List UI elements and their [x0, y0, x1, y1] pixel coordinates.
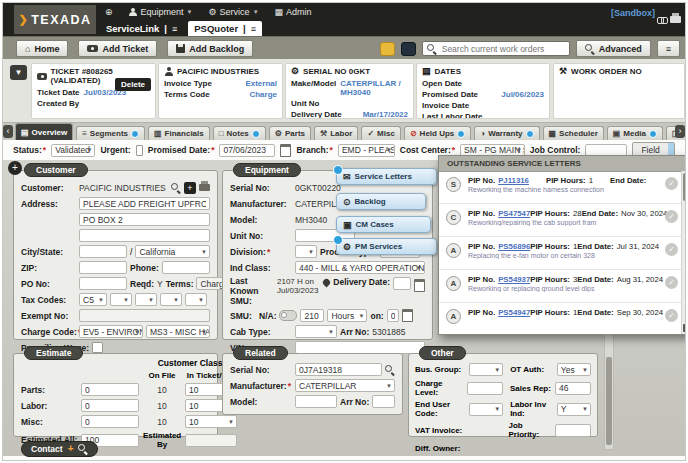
ind-class-select[interactable]: 440 - MILL & YARD OPERATIONS▼: [295, 261, 425, 274]
tab-held-ups[interactable]: ⊘Held Ups: [404, 126, 471, 140]
service-letters-button[interactable]: ✉Service Letters: [336, 168, 437, 185]
tax-code-4-select[interactable]: ▼: [160, 293, 182, 306]
tab-warranty[interactable]: ◑Warranty: [474, 126, 539, 140]
labor-estimate-input[interactable]: [81, 399, 139, 412]
charge-code-1-select[interactable]: EV5 - ENVIRONME▼: [79, 325, 143, 338]
calendar-icon[interactable]: [280, 144, 291, 157]
collapse-panels-button[interactable]: ▼: [10, 65, 27, 80]
address-line2-input[interactable]: [79, 213, 210, 226]
charge-level-input[interactable]: [467, 382, 503, 395]
tab-media[interactable]: ▣Media: [607, 126, 663, 140]
tab-financials[interactable]: ▥Financials: [148, 126, 210, 140]
misc-class-select[interactable]: 10▼: [185, 415, 237, 428]
tab-overview[interactable]: ▤Overview: [15, 123, 73, 140]
bus-group-select[interactable]: ▼: [469, 363, 503, 376]
charge-code-2-select[interactable]: MS3 - MISC HARDW▼: [146, 325, 210, 338]
pip-no-link[interactable]: PS54947: [498, 308, 530, 317]
customer-print-icon[interactable]: [199, 184, 210, 191]
parts-estimate-input[interactable]: [81, 383, 139, 396]
pip-no-link[interactable]: PS47547: [498, 209, 530, 218]
job-priority-input[interactable]: [555, 424, 591, 437]
related-serial-search-icon[interactable]: [385, 365, 395, 375]
po-no-input[interactable]: [79, 277, 127, 290]
tax-code-3-select[interactable]: ▼: [135, 293, 157, 306]
add-ticket-button[interactable]: Add Ticket: [78, 40, 157, 57]
scrollbar-down[interactable]: [683, 324, 686, 332]
scrollbar-thumb[interactable]: [683, 173, 686, 201]
menu-circle-plus[interactable]: ⊕: [105, 8, 113, 17]
complete-check-icon[interactable]: ✓: [665, 243, 678, 256]
customer-search-icon[interactable]: [171, 183, 181, 193]
complete-check-icon[interactable]: ✓: [665, 177, 678, 190]
cab-type-select[interactable]: ▼: [295, 325, 337, 338]
tab-scroll-right-button[interactable]: ›: [675, 125, 685, 138]
tab-scroll-left-button[interactable]: ‹: [3, 125, 13, 138]
estimated-by-input[interactable]: [185, 434, 237, 447]
address-line3-input[interactable]: [79, 229, 210, 242]
sales-rep-input[interactable]: [555, 382, 591, 395]
calendar-icon[interactable]: [414, 279, 425, 292]
tax-code-1-select[interactable]: C5▼: [79, 293, 107, 306]
complete-check-icon[interactable]: ✓: [665, 210, 678, 223]
pip-no-link[interactable]: PJ11316: [498, 176, 529, 185]
misc-estimate-input[interactable]: [81, 415, 139, 428]
address-line1-input[interactable]: [79, 197, 210, 210]
tax-code-2-select[interactable]: ▼: [110, 293, 132, 306]
tab-misc[interactable]: ✓Misc: [361, 126, 401, 140]
prevailing-wage-checkbox[interactable]: [92, 342, 103, 353]
smu-input[interactable]: [300, 309, 324, 322]
contact-search-icon[interactable]: [78, 444, 88, 454]
search-input[interactable]: [440, 43, 562, 55]
smu-date-input[interactable]: [387, 309, 399, 322]
add-contact-icon[interactable]: +: [68, 445, 74, 453]
feedback-icon[interactable]: [380, 42, 395, 56]
urgent-checkbox[interactable]: [136, 145, 143, 156]
tab-parts[interactable]: ⚙Parts: [269, 126, 311, 140]
division-select[interactable]: ▼: [295, 245, 317, 258]
city-input[interactable]: [79, 245, 127, 258]
end-user-code-select[interactable]: ▼: [469, 403, 503, 416]
state-select[interactable]: California▼: [135, 245, 210, 258]
promised-date-input[interactable]: [219, 144, 275, 157]
branch-select[interactable]: EMD - PLEASANT I▼: [338, 144, 395, 157]
menu-admin[interactable]: ▦Admin: [275, 7, 312, 17]
hamburger-icon[interactable]: ≡: [172, 24, 177, 34]
delivery-date-input[interactable]: [393, 277, 411, 290]
tab-segments[interactable]: ≡Segments: [76, 126, 145, 140]
related-model-input[interactable]: [295, 395, 337, 408]
na-toggle[interactable]: [279, 310, 297, 321]
add-customer-icon[interactable]: +: [8, 161, 22, 175]
chat-icon[interactable]: [401, 42, 416, 56]
status-select[interactable]: Validated▼: [51, 144, 95, 157]
tab-scheduler[interactable]: ▦Scheduler: [543, 126, 604, 140]
smu-unit-select[interactable]: Hours▼: [327, 309, 367, 322]
related-arr-input[interactable]: [372, 395, 395, 408]
zip-input[interactable]: [79, 261, 127, 274]
tab-labor[interactable]: ⚒Labor: [314, 126, 358, 140]
scrollbar-thumb[interactable]: [606, 357, 612, 445]
menu-service[interactable]: ⚙Service▼: [209, 7, 259, 17]
link-icon[interactable]: [657, 9, 667, 27]
ot-auth-select[interactable]: Yes▼: [557, 363, 591, 376]
pm-services-button[interactable]: ⚙PM Services: [336, 238, 437, 255]
list-view-button[interactable]: ≡: [657, 40, 680, 57]
tab-notes[interactable]: □Notes: [213, 126, 266, 140]
menu-equipment[interactable]: Equipment▼: [129, 7, 193, 17]
app-tab-servicelink[interactable]: ServiceLink|≡: [103, 21, 180, 36]
panel-scrollbar[interactable]: [681, 171, 686, 334]
related-serial-input[interactable]: [295, 363, 382, 376]
delete-button[interactable]: Delete: [115, 78, 151, 91]
pip-no-link[interactable]: PS56896: [498, 242, 530, 251]
hamburger-icon[interactable]: ≡: [251, 24, 256, 34]
backlog-button[interactable]: ⊙Backlog: [336, 193, 426, 210]
app-tab-psquoter[interactable]: PSQuoter|≡: [188, 21, 262, 36]
labor-inv-ind-select[interactable]: Y▼: [557, 403, 591, 416]
calendar-icon[interactable]: [402, 309, 413, 322]
texada-logo[interactable]: ❯TEXADA: [14, 5, 96, 34]
tax-code-5-select[interactable]: ▼: [185, 293, 207, 306]
print-icon[interactable]: [670, 9, 681, 27]
pip-no-link[interactable]: PS54937: [498, 275, 530, 284]
phone-input[interactable]: [162, 261, 210, 274]
complete-check-icon[interactable]: ✓: [665, 309, 678, 322]
advanced-search-button[interactable]: Advanced: [576, 40, 651, 57]
